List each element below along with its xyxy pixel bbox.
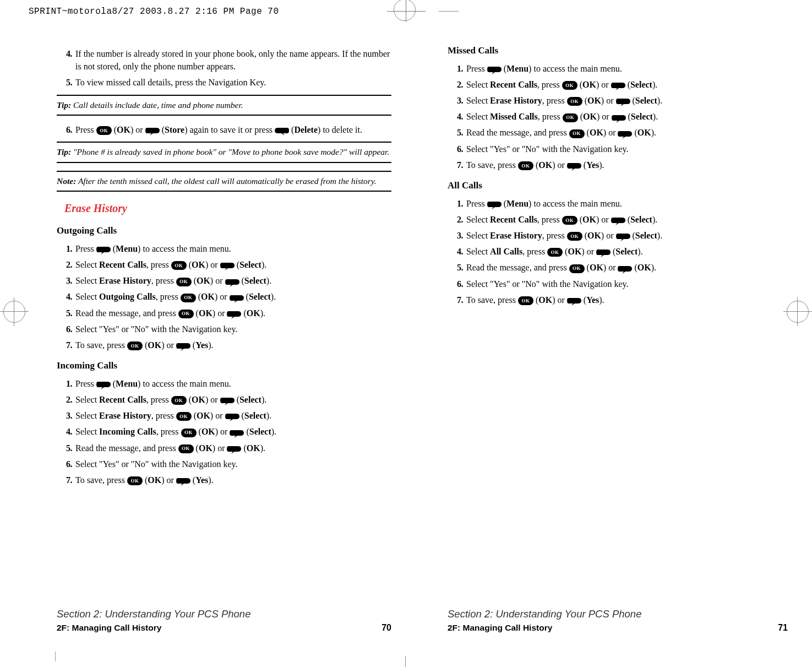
ok-icon: OK [178, 310, 194, 318]
right-softkey-icon [275, 126, 289, 135]
left-softkey-icon [176, 341, 190, 351]
list-item: 7To save, press OK (OK) or (Yes). [57, 474, 391, 486]
left-softkey-icon [220, 261, 235, 270]
left-softkey-icon [618, 129, 632, 139]
left-softkey-icon [487, 64, 502, 74]
ok-icon: OK [178, 444, 194, 453]
steps-outgoing: 1Press (Menu) to access the main menu. 2… [57, 242, 391, 351]
steps-all: 1Press (Menu) to access the main menu. 2… [448, 197, 782, 306]
left-softkey-icon [230, 428, 244, 438]
tip-label: Tip: [57, 147, 71, 156]
ok-icon: OK [518, 161, 533, 170]
ok-icon: OK [127, 341, 143, 350]
list-item: 1Press (Menu) to access the main menu. [448, 197, 782, 210]
section-heading-erase-history: Erase History [64, 200, 391, 216]
list-item: 2Select Recent Calls, press OK (OK) or (… [448, 78, 782, 91]
ok-icon: OK [181, 429, 197, 437]
list-item: 2Select Recent Calls, press OK (OK) or (… [57, 258, 391, 271]
note-text: After the tenth missed call, the oldest … [76, 176, 376, 186]
page-footer: Section 2: Understanding Your PCS Phone … [57, 608, 391, 634]
list-item: 5Read the message, and press OK (OK) or … [448, 126, 782, 139]
tip-block: Tip: Call details include date, time and… [57, 95, 391, 116]
ok-icon: OK [562, 81, 577, 90]
ok-icon: OK [171, 396, 187, 405]
footer-section: Section 2: Understanding Your PCS Phone [448, 608, 641, 621]
page-number: 70 [382, 622, 391, 634]
page-footer: Section 2: Understanding Your PCS Phone … [448, 608, 788, 634]
page-right: Missed Calls 1Press (Menu) to access the… [431, 44, 795, 634]
subhead-incoming: Incoming Calls [57, 359, 391, 373]
tip-text: Call details include date, time and phon… [71, 100, 243, 110]
steps-missed: 1Press (Menu) to access the main menu. 2… [448, 62, 782, 171]
list-item: 7To save, press OK (OK) or (Yes). [57, 339, 391, 351]
page-number: 71 [778, 622, 788, 634]
footer-section: Section 2: Understanding Your PCS Phone [57, 608, 250, 621]
ok-icon: OK [547, 248, 563, 257]
crop-mark [55, 652, 56, 661]
list-item: 3Select Erase History, press OK (OK) or … [57, 409, 391, 422]
register-mark-left [0, 297, 29, 326]
left-softkey-icon [616, 96, 630, 106]
step-text: To view missed call details, press the N… [75, 76, 391, 89]
step-text: If the number is already stored in your … [75, 47, 391, 73]
left-softkey-icon [596, 247, 611, 257]
left-softkey-icon [611, 80, 625, 90]
list-item: 1Press (Menu) to access the main menu. [57, 242, 391, 255]
list-item: 3Select Erase History, press OK (OK) or … [57, 274, 391, 287]
ok-icon: OK [563, 113, 578, 122]
subhead-outgoing: Outgoing Calls [57, 224, 391, 238]
steps-incoming: 1Press (Menu) to access the main menu. 2… [57, 377, 391, 486]
left-softkey-icon [96, 245, 111, 254]
footer-subsection: 2F: Managing Call History [57, 622, 250, 634]
register-mark-top [387, 0, 426, 22]
list-item: 6 Press OK (OK) or (Store) again to save… [57, 123, 391, 136]
list-item: 6Select "Yes" or "No" with the Navigatio… [448, 278, 782, 290]
left-softkey-icon [145, 126, 160, 135]
list-item: 5Read the message, and press OK (OK) or … [57, 307, 391, 319]
print-slug: SPRINT~motorola8/27 2003.8.27 2:16 PM Pa… [29, 7, 279, 17]
list-item: 2Select Recent Calls, press OK (OK) or (… [57, 393, 391, 406]
crop-mark [405, 656, 406, 667]
left-softkey-icon [612, 113, 626, 123]
list-item: 2Select Recent Calls, press OK (OK) or (… [448, 213, 782, 226]
left-softkey-icon [227, 309, 241, 319]
continued-steps: 4 If the number is already stored in you… [57, 47, 391, 89]
list-item: 3Select Erase History, press OK (OK) or … [448, 94, 782, 107]
left-softkey-icon [487, 199, 502, 209]
list-item: 7To save, press OK (OK) or (Yes). [448, 294, 782, 306]
note-label: Note: [57, 176, 76, 186]
step-number: 6 [57, 123, 75, 136]
ok-icon: OK [569, 264, 585, 273]
continued-steps-2: 6 Press OK (OK) or (Store) again to save… [57, 123, 391, 136]
left-softkey-icon [230, 293, 244, 303]
list-item: 6Select "Yes" or "No" with the Navigatio… [448, 143, 782, 155]
ok-icon: OK [176, 412, 192, 421]
subhead-missed: Missed Calls [448, 44, 782, 58]
step-number: 5 [57, 76, 75, 89]
list-item: 5Read the message, and press OK (OK) or … [448, 261, 782, 274]
left-softkey-icon [227, 444, 241, 454]
left-softkey-icon [616, 231, 630, 241]
subhead-all: All Calls [448, 179, 782, 193]
ok-icon: OK [96, 126, 112, 135]
ok-icon: OK [181, 294, 196, 302]
left-softkey-icon [618, 264, 632, 274]
left-softkey-icon [567, 296, 581, 306]
tip-label: Tip: [57, 100, 71, 110]
left-softkey-icon [176, 476, 190, 486]
ok-icon: OK [569, 129, 585, 138]
page-left: 4 If the number is already stored in you… [52, 44, 405, 634]
left-softkey-icon [225, 411, 239, 421]
list-item: 4Select Missed Calls, press OK (OK) or (… [448, 110, 782, 123]
left-softkey-icon [567, 161, 581, 171]
ok-icon: OK [127, 476, 143, 485]
list-item: 4Select Outgoing Calls, press OK (OK) or… [57, 290, 391, 303]
step-text: Press OK (OK) or (Store) again to save i… [75, 123, 391, 136]
ok-icon: OK [518, 296, 533, 305]
list-item: 1Press (Menu) to access the main menu. [448, 62, 782, 75]
footer-subsection: 2F: Managing Call History [448, 622, 641, 634]
ok-icon: OK [567, 232, 582, 241]
left-softkey-icon [220, 395, 235, 405]
left-softkey-icon [611, 215, 625, 225]
ok-icon: OK [567, 97, 582, 106]
